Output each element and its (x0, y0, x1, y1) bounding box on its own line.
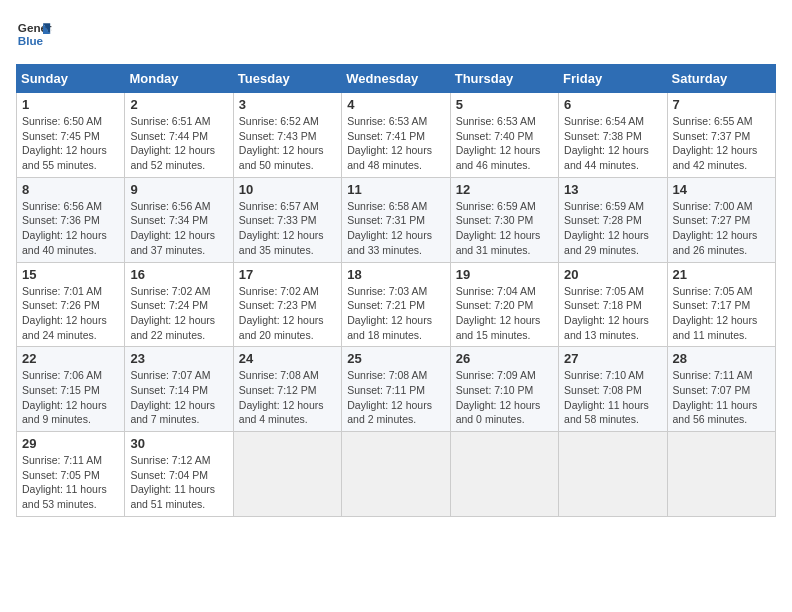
day-number: 27 (564, 351, 661, 366)
day-number: 30 (130, 436, 227, 451)
table-row: 9Sunrise: 6:56 AM Sunset: 7:34 PM Daylig… (125, 177, 233, 262)
table-row (342, 432, 450, 517)
day-number: 9 (130, 182, 227, 197)
day-info: Sunrise: 7:07 AM Sunset: 7:14 PM Dayligh… (130, 368, 227, 427)
table-row: 28Sunrise: 7:11 AM Sunset: 7:07 PM Dayli… (667, 347, 775, 432)
table-row: 13Sunrise: 6:59 AM Sunset: 7:28 PM Dayli… (559, 177, 667, 262)
table-row: 29Sunrise: 7:11 AM Sunset: 7:05 PM Dayli… (17, 432, 125, 517)
table-row: 4Sunrise: 6:53 AM Sunset: 7:41 PM Daylig… (342, 93, 450, 178)
day-info: Sunrise: 6:50 AM Sunset: 7:45 PM Dayligh… (22, 114, 119, 173)
day-info: Sunrise: 7:00 AM Sunset: 7:27 PM Dayligh… (673, 199, 770, 258)
table-row (450, 432, 558, 517)
col-header-thursday: Thursday (450, 65, 558, 93)
day-info: Sunrise: 7:09 AM Sunset: 7:10 PM Dayligh… (456, 368, 553, 427)
calendar-week-5: 29Sunrise: 7:11 AM Sunset: 7:05 PM Dayli… (17, 432, 776, 517)
day-info: Sunrise: 6:56 AM Sunset: 7:36 PM Dayligh… (22, 199, 119, 258)
table-row: 1Sunrise: 6:50 AM Sunset: 7:45 PM Daylig… (17, 93, 125, 178)
table-row: 19Sunrise: 7:04 AM Sunset: 7:20 PM Dayli… (450, 262, 558, 347)
table-row: 27Sunrise: 7:10 AM Sunset: 7:08 PM Dayli… (559, 347, 667, 432)
calendar-table: SundayMondayTuesdayWednesdayThursdayFrid… (16, 64, 776, 517)
svg-text:Blue: Blue (18, 34, 44, 47)
calendar-week-1: 1Sunrise: 6:50 AM Sunset: 7:45 PM Daylig… (17, 93, 776, 178)
table-row: 16Sunrise: 7:02 AM Sunset: 7:24 PM Dayli… (125, 262, 233, 347)
day-number: 21 (673, 267, 770, 282)
table-row: 22Sunrise: 7:06 AM Sunset: 7:15 PM Dayli… (17, 347, 125, 432)
day-number: 17 (239, 267, 336, 282)
day-number: 1 (22, 97, 119, 112)
day-info: Sunrise: 6:58 AM Sunset: 7:31 PM Dayligh… (347, 199, 444, 258)
table-row: 21Sunrise: 7:05 AM Sunset: 7:17 PM Dayli… (667, 262, 775, 347)
day-info: Sunrise: 7:05 AM Sunset: 7:17 PM Dayligh… (673, 284, 770, 343)
col-header-friday: Friday (559, 65, 667, 93)
table-row: 12Sunrise: 6:59 AM Sunset: 7:30 PM Dayli… (450, 177, 558, 262)
day-number: 7 (673, 97, 770, 112)
day-number: 20 (564, 267, 661, 282)
table-row: 30Sunrise: 7:12 AM Sunset: 7:04 PM Dayli… (125, 432, 233, 517)
day-info: Sunrise: 6:55 AM Sunset: 7:37 PM Dayligh… (673, 114, 770, 173)
day-info: Sunrise: 7:12 AM Sunset: 7:04 PM Dayligh… (130, 453, 227, 512)
day-number: 11 (347, 182, 444, 197)
col-header-saturday: Saturday (667, 65, 775, 93)
day-info: Sunrise: 6:54 AM Sunset: 7:38 PM Dayligh… (564, 114, 661, 173)
table-row: 24Sunrise: 7:08 AM Sunset: 7:12 PM Dayli… (233, 347, 341, 432)
day-number: 29 (22, 436, 119, 451)
table-row: 3Sunrise: 6:52 AM Sunset: 7:43 PM Daylig… (233, 93, 341, 178)
day-info: Sunrise: 6:59 AM Sunset: 7:28 PM Dayligh… (564, 199, 661, 258)
col-header-wednesday: Wednesday (342, 65, 450, 93)
table-row (667, 432, 775, 517)
table-row: 10Sunrise: 6:57 AM Sunset: 7:33 PM Dayli… (233, 177, 341, 262)
day-info: Sunrise: 7:08 AM Sunset: 7:12 PM Dayligh… (239, 368, 336, 427)
table-row: 20Sunrise: 7:05 AM Sunset: 7:18 PM Dayli… (559, 262, 667, 347)
day-number: 8 (22, 182, 119, 197)
day-number: 16 (130, 267, 227, 282)
col-header-monday: Monday (125, 65, 233, 93)
logo-icon: General Blue (16, 16, 52, 52)
table-row (559, 432, 667, 517)
day-info: Sunrise: 6:59 AM Sunset: 7:30 PM Dayligh… (456, 199, 553, 258)
calendar-week-3: 15Sunrise: 7:01 AM Sunset: 7:26 PM Dayli… (17, 262, 776, 347)
day-info: Sunrise: 7:01 AM Sunset: 7:26 PM Dayligh… (22, 284, 119, 343)
day-number: 26 (456, 351, 553, 366)
day-number: 5 (456, 97, 553, 112)
day-number: 4 (347, 97, 444, 112)
day-number: 10 (239, 182, 336, 197)
day-number: 22 (22, 351, 119, 366)
day-number: 19 (456, 267, 553, 282)
day-info: Sunrise: 6:56 AM Sunset: 7:34 PM Dayligh… (130, 199, 227, 258)
day-number: 13 (564, 182, 661, 197)
day-info: Sunrise: 7:04 AM Sunset: 7:20 PM Dayligh… (456, 284, 553, 343)
day-number: 24 (239, 351, 336, 366)
col-header-sunday: Sunday (17, 65, 125, 93)
table-row: 26Sunrise: 7:09 AM Sunset: 7:10 PM Dayli… (450, 347, 558, 432)
day-number: 28 (673, 351, 770, 366)
day-info: Sunrise: 7:06 AM Sunset: 7:15 PM Dayligh… (22, 368, 119, 427)
day-info: Sunrise: 7:03 AM Sunset: 7:21 PM Dayligh… (347, 284, 444, 343)
logo: General Blue (16, 16, 52, 52)
day-info: Sunrise: 7:11 AM Sunset: 7:07 PM Dayligh… (673, 368, 770, 427)
day-number: 2 (130, 97, 227, 112)
table-row: 23Sunrise: 7:07 AM Sunset: 7:14 PM Dayli… (125, 347, 233, 432)
table-row: 11Sunrise: 6:58 AM Sunset: 7:31 PM Dayli… (342, 177, 450, 262)
table-row: 2Sunrise: 6:51 AM Sunset: 7:44 PM Daylig… (125, 93, 233, 178)
day-info: Sunrise: 6:51 AM Sunset: 7:44 PM Dayligh… (130, 114, 227, 173)
table-row: 5Sunrise: 6:53 AM Sunset: 7:40 PM Daylig… (450, 93, 558, 178)
table-row: 8Sunrise: 6:56 AM Sunset: 7:36 PM Daylig… (17, 177, 125, 262)
table-row: 17Sunrise: 7:02 AM Sunset: 7:23 PM Dayli… (233, 262, 341, 347)
calendar-week-2: 8Sunrise: 6:56 AM Sunset: 7:36 PM Daylig… (17, 177, 776, 262)
table-row (233, 432, 341, 517)
table-row: 25Sunrise: 7:08 AM Sunset: 7:11 PM Dayli… (342, 347, 450, 432)
day-info: Sunrise: 7:02 AM Sunset: 7:23 PM Dayligh… (239, 284, 336, 343)
day-number: 15 (22, 267, 119, 282)
table-row: 7Sunrise: 6:55 AM Sunset: 7:37 PM Daylig… (667, 93, 775, 178)
day-info: Sunrise: 7:10 AM Sunset: 7:08 PM Dayligh… (564, 368, 661, 427)
table-row: 14Sunrise: 7:00 AM Sunset: 7:27 PM Dayli… (667, 177, 775, 262)
calendar-week-4: 22Sunrise: 7:06 AM Sunset: 7:15 PM Dayli… (17, 347, 776, 432)
day-number: 23 (130, 351, 227, 366)
day-number: 12 (456, 182, 553, 197)
day-number: 14 (673, 182, 770, 197)
day-info: Sunrise: 7:11 AM Sunset: 7:05 PM Dayligh… (22, 453, 119, 512)
day-number: 6 (564, 97, 661, 112)
page-header: General Blue (16, 16, 776, 52)
col-header-tuesday: Tuesday (233, 65, 341, 93)
table-row: 18Sunrise: 7:03 AM Sunset: 7:21 PM Dayli… (342, 262, 450, 347)
